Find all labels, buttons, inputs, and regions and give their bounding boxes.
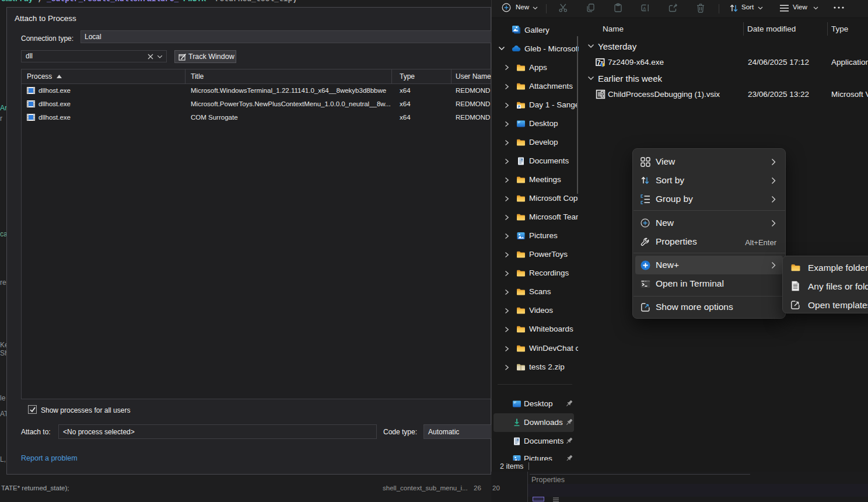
svg-text:A: A — [643, 6, 646, 11]
